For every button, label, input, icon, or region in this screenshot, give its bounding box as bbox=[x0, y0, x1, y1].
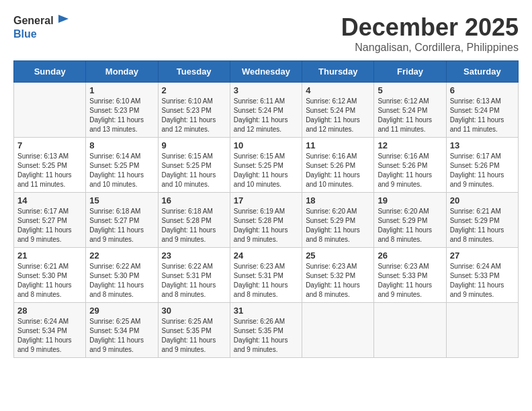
calendar-cell: 12Sunrise: 6:16 AM Sunset: 5:26 PM Dayli… bbox=[374, 138, 446, 193]
day-number: 6 bbox=[450, 85, 515, 95]
day-info: Sunrise: 6:11 AM Sunset: 5:24 PM Dayligh… bbox=[234, 97, 298, 134]
calendar-week-row: 21Sunrise: 6:21 AM Sunset: 5:30 PM Dayli… bbox=[14, 248, 519, 303]
calendar-cell: 4Sunrise: 6:12 AM Sunset: 5:24 PM Daylig… bbox=[302, 83, 374, 138]
logo-blue: Blue bbox=[13, 28, 70, 40]
day-number: 4 bbox=[306, 85, 370, 95]
calendar-cell: 6Sunrise: 6:13 AM Sunset: 5:24 PM Daylig… bbox=[446, 83, 518, 138]
day-number: 10 bbox=[234, 140, 298, 150]
svg-marker-0 bbox=[58, 15, 69, 23]
day-number: 7 bbox=[17, 140, 82, 150]
day-number: 21 bbox=[17, 250, 82, 261]
calendar-week-row: 1Sunrise: 6:10 AM Sunset: 5:23 PM Daylig… bbox=[14, 83, 519, 138]
day-number: 31 bbox=[234, 306, 298, 316]
header: General Blue December 2025 Nangalisan, C… bbox=[13, 13, 519, 54]
day-info: Sunrise: 6:16 AM Sunset: 5:26 PM Dayligh… bbox=[306, 152, 370, 189]
calendar: SundayMondayTuesdayWednesdayThursdayFrid… bbox=[13, 60, 519, 358]
calendar-cell: 19Sunrise: 6:20 AM Sunset: 5:29 PM Dayli… bbox=[374, 193, 446, 248]
day-info: Sunrise: 6:15 AM Sunset: 5:25 PM Dayligh… bbox=[234, 152, 298, 189]
day-info: Sunrise: 6:17 AM Sunset: 5:26 PM Dayligh… bbox=[450, 152, 515, 189]
day-info: Sunrise: 6:22 AM Sunset: 5:30 PM Dayligh… bbox=[89, 262, 154, 300]
weekday-header: Wednesday bbox=[230, 61, 302, 83]
calendar-cell: 16Sunrise: 6:18 AM Sunset: 5:28 PM Dayli… bbox=[158, 193, 230, 248]
calendar-cell: 5Sunrise: 6:12 AM Sunset: 5:24 PM Daylig… bbox=[374, 83, 446, 138]
day-number: 27 bbox=[450, 250, 515, 261]
calendar-cell: 13Sunrise: 6:17 AM Sunset: 5:26 PM Dayli… bbox=[446, 138, 518, 193]
day-info: Sunrise: 6:19 AM Sunset: 5:28 PM Dayligh… bbox=[234, 207, 298, 244]
day-number: 26 bbox=[378, 250, 442, 261]
weekday-header: Saturday bbox=[446, 61, 518, 83]
day-number: 19 bbox=[378, 195, 442, 205]
day-number: 1 bbox=[89, 85, 154, 95]
calendar-week-row: 14Sunrise: 6:17 AM Sunset: 5:27 PM Dayli… bbox=[14, 193, 519, 248]
calendar-body: 1Sunrise: 6:10 AM Sunset: 5:23 PM Daylig… bbox=[14, 83, 519, 358]
calendar-cell: 7Sunrise: 6:13 AM Sunset: 5:25 PM Daylig… bbox=[14, 138, 86, 193]
day-number: 11 bbox=[306, 140, 370, 150]
day-info: Sunrise: 6:21 AM Sunset: 5:29 PM Dayligh… bbox=[450, 207, 515, 244]
calendar-cell: 25Sunrise: 6:23 AM Sunset: 5:32 PM Dayli… bbox=[302, 248, 374, 303]
day-number: 22 bbox=[89, 250, 154, 261]
month-title: December 2025 bbox=[341, 13, 519, 42]
calendar-cell: 8Sunrise: 6:14 AM Sunset: 5:25 PM Daylig… bbox=[86, 138, 158, 193]
title-area: December 2025 Nangalisan, Cordillera, Ph… bbox=[341, 13, 519, 54]
day-number: 23 bbox=[162, 250, 226, 261]
day-info: Sunrise: 6:12 AM Sunset: 5:24 PM Dayligh… bbox=[378, 97, 442, 134]
calendar-cell: 10Sunrise: 6:15 AM Sunset: 5:25 PM Dayli… bbox=[230, 138, 302, 193]
day-info: Sunrise: 6:26 AM Sunset: 5:35 PM Dayligh… bbox=[234, 317, 298, 355]
day-number: 24 bbox=[234, 250, 298, 261]
calendar-cell: 2Sunrise: 6:10 AM Sunset: 5:23 PM Daylig… bbox=[158, 83, 230, 138]
day-info: Sunrise: 6:16 AM Sunset: 5:26 PM Dayligh… bbox=[378, 152, 442, 189]
calendar-cell: 9Sunrise: 6:15 AM Sunset: 5:25 PM Daylig… bbox=[158, 138, 230, 193]
calendar-cell: 15Sunrise: 6:18 AM Sunset: 5:27 PM Dayli… bbox=[86, 193, 158, 248]
day-info: Sunrise: 6:15 AM Sunset: 5:25 PM Dayligh… bbox=[162, 152, 226, 189]
day-info: Sunrise: 6:10 AM Sunset: 5:23 PM Dayligh… bbox=[89, 97, 154, 134]
calendar-cell: 3Sunrise: 6:11 AM Sunset: 5:24 PM Daylig… bbox=[230, 83, 302, 138]
logo: General Blue bbox=[13, 13, 70, 40]
calendar-cell: 1Sunrise: 6:10 AM Sunset: 5:23 PM Daylig… bbox=[86, 83, 158, 138]
weekday-header: Thursday bbox=[302, 61, 374, 83]
day-info: Sunrise: 6:18 AM Sunset: 5:28 PM Dayligh… bbox=[162, 207, 226, 244]
location-title: Nangalisan, Cordillera, Philippines bbox=[341, 42, 519, 54]
calendar-cell: 23Sunrise: 6:22 AM Sunset: 5:31 PM Dayli… bbox=[158, 248, 230, 303]
weekday-header: Tuesday bbox=[158, 61, 230, 83]
day-info: Sunrise: 6:13 AM Sunset: 5:24 PM Dayligh… bbox=[450, 97, 515, 134]
day-number: 14 bbox=[17, 195, 82, 205]
day-info: Sunrise: 6:10 AM Sunset: 5:23 PM Dayligh… bbox=[162, 97, 226, 134]
day-number: 17 bbox=[234, 195, 298, 205]
calendar-cell bbox=[446, 303, 518, 358]
calendar-cell bbox=[374, 303, 446, 358]
calendar-cell: 17Sunrise: 6:19 AM Sunset: 5:28 PM Dayli… bbox=[230, 193, 302, 248]
day-number: 18 bbox=[306, 195, 370, 205]
calendar-cell: 22Sunrise: 6:22 AM Sunset: 5:30 PM Dayli… bbox=[86, 248, 158, 303]
day-info: Sunrise: 6:23 AM Sunset: 5:33 PM Dayligh… bbox=[378, 262, 442, 300]
day-info: Sunrise: 6:20 AM Sunset: 5:29 PM Dayligh… bbox=[306, 207, 370, 244]
day-info: Sunrise: 6:12 AM Sunset: 5:24 PM Dayligh… bbox=[306, 97, 370, 134]
calendar-cell: 27Sunrise: 6:24 AM Sunset: 5:33 PM Dayli… bbox=[446, 248, 518, 303]
logo-flag-icon bbox=[55, 13, 70, 28]
day-number: 3 bbox=[234, 85, 298, 95]
calendar-cell bbox=[14, 83, 86, 138]
day-number: 12 bbox=[378, 140, 442, 150]
calendar-cell: 29Sunrise: 6:25 AM Sunset: 5:34 PM Dayli… bbox=[86, 303, 158, 358]
calendar-cell: 24Sunrise: 6:23 AM Sunset: 5:31 PM Dayli… bbox=[230, 248, 302, 303]
day-number: 5 bbox=[378, 85, 442, 95]
logo-text: General Blue bbox=[13, 13, 70, 40]
day-info: Sunrise: 6:18 AM Sunset: 5:27 PM Dayligh… bbox=[89, 207, 154, 244]
day-info: Sunrise: 6:20 AM Sunset: 5:29 PM Dayligh… bbox=[378, 207, 442, 244]
calendar-cell bbox=[302, 303, 374, 358]
day-number: 16 bbox=[162, 195, 226, 205]
day-number: 29 bbox=[89, 306, 154, 316]
weekday-header: Monday bbox=[86, 61, 158, 83]
day-number: 2 bbox=[162, 85, 226, 95]
day-info: Sunrise: 6:23 AM Sunset: 5:32 PM Dayligh… bbox=[306, 262, 370, 300]
day-number: 20 bbox=[450, 195, 515, 205]
calendar-cell: 14Sunrise: 6:17 AM Sunset: 5:27 PM Dayli… bbox=[14, 193, 86, 248]
day-number: 28 bbox=[17, 306, 82, 316]
calendar-header: SundayMondayTuesdayWednesdayThursdayFrid… bbox=[14, 61, 519, 83]
day-number: 8 bbox=[89, 140, 154, 150]
logo-general: General bbox=[13, 15, 54, 27]
calendar-cell: 28Sunrise: 6:24 AM Sunset: 5:34 PM Dayli… bbox=[14, 303, 86, 358]
day-number: 15 bbox=[89, 195, 154, 205]
calendar-cell: 31Sunrise: 6:26 AM Sunset: 5:35 PM Dayli… bbox=[230, 303, 302, 358]
calendar-cell: 21Sunrise: 6:21 AM Sunset: 5:30 PM Dayli… bbox=[14, 248, 86, 303]
day-info: Sunrise: 6:22 AM Sunset: 5:31 PM Dayligh… bbox=[162, 262, 226, 300]
